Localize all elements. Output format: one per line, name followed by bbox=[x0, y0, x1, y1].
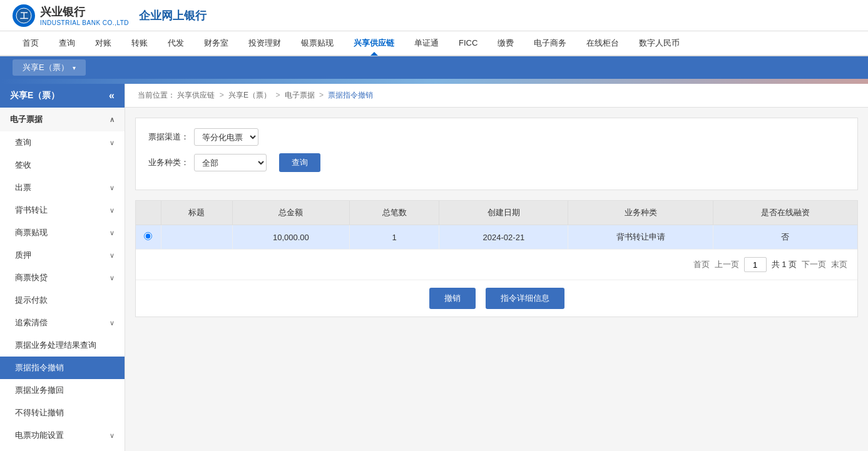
sidebar-item-quick-loan[interactable]: 商票快贷 ∨ bbox=[0, 266, 125, 289]
sidebar-item-query-chevron-icon: ∨ bbox=[110, 139, 115, 147]
type-select[interactable]: 全部 背书转让申请 承兑申请 贴现申请 bbox=[194, 154, 267, 171]
nav-home[interactable]: 首页 bbox=[13, 31, 49, 56]
sidebar-item-instruction-cancel[interactable]: 票据指令撤销 bbox=[0, 357, 125, 379]
query-button[interactable]: 查询 bbox=[279, 153, 320, 172]
sidebar-item-business-revoke[interactable]: 票据业务撤回 bbox=[0, 379, 125, 402]
table-cell-online: 否 bbox=[713, 225, 857, 250]
cancel-button[interactable]: 撤销 bbox=[429, 288, 476, 309]
sidebar-item-endorse[interactable]: 背书转让 ∨ bbox=[0, 199, 125, 221]
sidebar: 兴享E（票） « 电子票据 ∧ 查询 ∨ 签收 出票 ∨ 背书转让 ∨ bbox=[0, 84, 125, 451]
table-cell-type: 背书转让申请 bbox=[568, 225, 713, 250]
sub-nav-label: 兴享E（票） bbox=[23, 62, 69, 73]
channel-label: 票据渠道： bbox=[148, 131, 189, 143]
breadcrumb: 当前位置： 兴享供应链 > 兴享E（票） > 电子票据 > 票据指令撤销 bbox=[125, 84, 868, 108]
banner-strip bbox=[0, 79, 868, 84]
svg-text:工: 工 bbox=[20, 11, 28, 21]
action-area: 撤销 指令详细信息 bbox=[136, 280, 857, 317]
th-title: 标题 bbox=[161, 201, 233, 225]
channel-select[interactable]: 等分化电票 标准电票 bbox=[194, 128, 258, 146]
nav-finance-room[interactable]: 财务室 bbox=[194, 31, 238, 56]
sidebar-section-electronic-bills: 电子票据 ∧ 查询 ∨ 签收 出票 ∨ 背书转让 ∨ 商票贴现 ∨ bbox=[0, 108, 125, 451]
sidebar-section-chevron-icon: ∧ bbox=[110, 116, 115, 124]
data-table: 标题 总金额 总笔数 创建日期 业务种类 是否在线融资 10,000 bbox=[136, 201, 857, 250]
sidebar-item-recourse-chevron-icon: ∨ bbox=[110, 319, 115, 327]
nav-reconcile[interactable]: 对账 bbox=[85, 31, 121, 56]
pagination-first[interactable]: 首页 bbox=[693, 259, 710, 270]
th-online-finance: 是否在线融资 bbox=[713, 201, 857, 225]
breadcrumb-supply-chain[interactable]: 兴享供应链 bbox=[177, 91, 215, 99]
breadcrumb-prefix: 当前位置： bbox=[138, 91, 175, 99]
nav-supply-chain[interactable]: 兴享供应链 bbox=[344, 31, 404, 56]
nav-online-counter[interactable]: 在线柜台 bbox=[576, 31, 629, 56]
nav-investment[interactable]: 投资理财 bbox=[238, 31, 291, 56]
th-total-count: 总笔数 bbox=[349, 201, 439, 225]
sidebar-item-endorse-chevron-icon: ∨ bbox=[110, 206, 115, 215]
th-radio bbox=[136, 201, 161, 225]
sidebar-item-query[interactable]: 查询 ∨ bbox=[0, 131, 125, 154]
breadcrumb-e-ticket[interactable]: 兴享E（票） bbox=[228, 91, 271, 99]
data-table-container: 标题 总金额 总笔数 创建日期 业务种类 是否在线融资 10,000 bbox=[135, 200, 858, 317]
table-cell-count: 1 bbox=[349, 225, 439, 250]
sidebar-item-bill-discount[interactable]: 商票贴现 ∨ bbox=[0, 221, 125, 244]
row-radio[interactable] bbox=[144, 232, 152, 240]
breadcrumb-current: 票据指令撤销 bbox=[328, 91, 373, 99]
type-label: 业务种类： bbox=[148, 157, 189, 168]
nav-digital-rmb[interactable]: 数字人民币 bbox=[629, 31, 690, 56]
sidebar-item-payment-prompt[interactable]: 提示付款 bbox=[0, 289, 125, 312]
sidebar-item-pledge[interactable]: 质押 ∨ bbox=[0, 244, 125, 266]
nav-transfer[interactable]: 转账 bbox=[121, 31, 158, 56]
pagination-page-input[interactable] bbox=[744, 257, 767, 272]
nav-paybatch[interactable]: 代发 bbox=[158, 31, 194, 56]
sidebar-header[interactable]: 兴享E（票） « bbox=[0, 84, 125, 108]
sidebar-item-withdraw-apply[interactable]: 撤票申请 bbox=[0, 447, 125, 451]
sidebar-item-e-bill-settings-chevron-icon: ∨ bbox=[110, 432, 115, 440]
logo-area: 工 兴业银行 INDUSTRIAL BANK CO.,LTD 企业网上银行 bbox=[13, 4, 207, 27]
table-row[interactable]: 10,000.00 1 2024-02-21 背书转让申请 否 bbox=[136, 225, 857, 250]
breadcrumb-sep3: > bbox=[319, 91, 325, 99]
table-cell-title bbox=[161, 225, 233, 250]
th-create-date: 创建日期 bbox=[439, 201, 568, 225]
sidebar-item-issue[interactable]: 出票 ∨ bbox=[0, 176, 125, 199]
nav-bar: 首页 查询 对账 转账 代发 财务室 投资理财 银票贴现 兴享供应链 单证通 F… bbox=[0, 31, 868, 56]
search-form: 票据渠道： 等分化电票 标准电票 业务种类： 全部 背书转让申请 承兑申请 贴现… bbox=[135, 118, 858, 190]
breadcrumb-electronic-bill[interactable]: 电子票据 bbox=[285, 91, 315, 99]
header: 工 兴业银行 INDUSTRIAL BANK CO.,LTD 企业网上银行 bbox=[0, 0, 868, 31]
sub-nav-button[interactable]: 兴享E（票） ▾ bbox=[13, 59, 86, 76]
table-header-row: 标题 总金额 总笔数 创建日期 业务种类 是否在线融资 bbox=[136, 201, 857, 225]
logo-text: 兴业银行 INDUSTRIAL BANK CO.,LTD bbox=[40, 4, 129, 26]
content-area: 当前位置： 兴享供应链 > 兴享E（票） > 电子票据 > 票据指令撤销 票据渠… bbox=[125, 84, 868, 451]
nav-doc[interactable]: 单证通 bbox=[404, 31, 449, 56]
table-cell-radio[interactable] bbox=[136, 225, 161, 250]
nav-bill-discount[interactable]: 银票贴现 bbox=[291, 31, 344, 56]
nav-query[interactable]: 查询 bbox=[49, 31, 85, 56]
th-total-amount: 总金额 bbox=[233, 201, 349, 225]
sub-nav-arrow-icon: ▾ bbox=[73, 64, 76, 71]
detail-button[interactable]: 指令详细信息 bbox=[486, 288, 564, 309]
nav-ficc[interactable]: FICC bbox=[449, 31, 488, 56]
sidebar-item-result-query[interactable]: 票据业务处理结果查询 bbox=[0, 334, 125, 357]
sidebar-collapse-icon[interactable]: « bbox=[109, 90, 115, 101]
sidebar-item-sign[interactable]: 签收 bbox=[0, 154, 125, 176]
nav-payment[interactable]: 缴费 bbox=[488, 31, 524, 56]
pagination: 首页 上一页 共 1 页 下一页 末页 bbox=[136, 250, 857, 280]
sidebar-item-e-bill-settings[interactable]: 电票功能设置 ∨ bbox=[0, 424, 125, 447]
nav-ecommerce[interactable]: 电子商务 bbox=[524, 31, 576, 56]
breadcrumb-sep1: > bbox=[220, 91, 226, 99]
th-business-type: 业务种类 bbox=[568, 201, 713, 225]
sub-nav-bar: 兴享E（票） ▾ bbox=[0, 56, 868, 79]
portal-label: 企业网上银行 bbox=[139, 8, 207, 23]
pagination-prev[interactable]: 上一页 bbox=[715, 259, 739, 270]
sidebar-title: 兴享E（票） bbox=[10, 90, 59, 101]
sidebar-item-pledge-chevron-icon: ∨ bbox=[110, 251, 115, 260]
form-group-type: 业务种类： 全部 背书转让申请 承兑申请 贴现申请 bbox=[148, 154, 267, 171]
table-cell-date: 2024-02-21 bbox=[439, 225, 568, 250]
pagination-next[interactable]: 下一页 bbox=[802, 259, 826, 270]
main-layout: 兴享E（票） « 电子票据 ∧ 查询 ∨ 签收 出票 ∨ 背书转让 ∨ bbox=[0, 84, 868, 451]
bank-sub: INDUSTRIAL BANK CO.,LTD bbox=[40, 19, 129, 26]
sidebar-section-title-electronic-bills[interactable]: 电子票据 ∧ bbox=[0, 108, 125, 131]
pagination-last[interactable]: 末页 bbox=[831, 259, 847, 270]
table-cell-amount: 10,000.00 bbox=[233, 225, 349, 250]
sidebar-item-bill-discount-chevron-icon: ∨ bbox=[110, 229, 115, 237]
sidebar-item-no-transfer-cancel[interactable]: 不得转让撤销 bbox=[0, 402, 125, 424]
sidebar-item-recourse[interactable]: 追索清偿 ∨ bbox=[0, 312, 125, 334]
